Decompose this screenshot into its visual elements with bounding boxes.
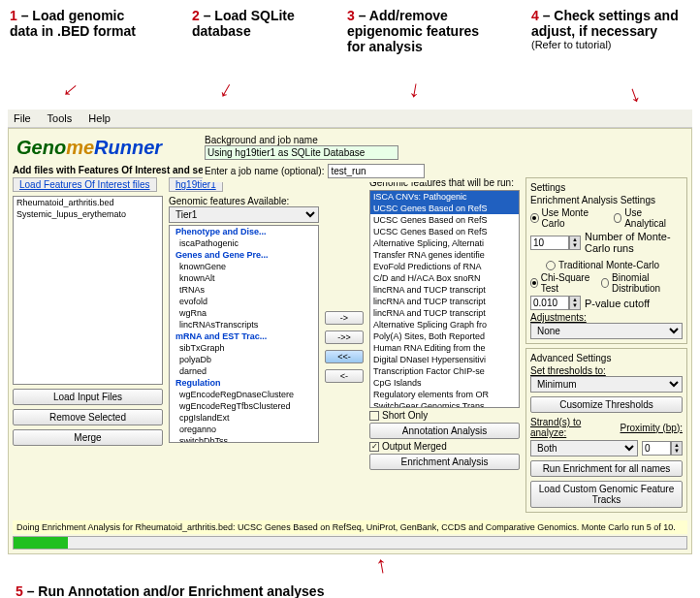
- app-window: File Tools Help GenomeRunner Background …: [8, 110, 692, 554]
- foi-listbox[interactable]: Rheumatoid_arthritis.bed Systemic_lupus_…: [13, 196, 163, 385]
- list-item[interactable]: polyaDb: [170, 354, 318, 365]
- arrow-2: ↓: [215, 75, 239, 104]
- list-item[interactable]: Transcription Factor ChIP-se: [370, 365, 519, 377]
- adjustments-select[interactable]: None: [530, 323, 683, 339]
- run-enrichment-all-button[interactable]: Run Enrichment for all names: [530, 460, 683, 477]
- list-item[interactable]: cpgIslandExt: [170, 412, 318, 424]
- list-item[interactable]: evofold: [170, 296, 318, 307]
- annotation-analysis-button[interactable]: Annotation Analysis: [369, 423, 520, 439]
- list-item[interactable]: lincRNA and TUCP transcript: [370, 284, 519, 296]
- add-all-button[interactable]: ->>: [325, 330, 364, 344]
- list-item[interactable]: wgRna: [170, 307, 318, 319]
- strand-select[interactable]: Both: [530, 440, 638, 456]
- list-item[interactable]: switchDbTss: [170, 435, 318, 443]
- list-item[interactable]: ISCA CNVs: Pathogenic: [370, 191, 519, 203]
- list-item[interactable]: knownAlt: [170, 272, 318, 284]
- list-item[interactable]: Transfer RNA genes identifie: [370, 249, 519, 261]
- remove-selected-button[interactable]: Remove Selected: [13, 409, 163, 425]
- list-item[interactable]: EvoFold Predictions of RNA: [370, 261, 519, 272]
- list-item[interactable]: Digital DNaseI Hypersensitivi: [370, 354, 519, 365]
- menu-file[interactable]: File: [14, 112, 31, 124]
- short-only-checkbox[interactable]: Short Only: [369, 410, 428, 421]
- available-features-listbox[interactable]: Phenotype and Dise... iscaPathogenic Gen…: [169, 225, 319, 443]
- job-name-input[interactable]: [328, 164, 425, 178]
- customize-thresholds-button[interactable]: Cusomize Thresholds: [530, 396, 683, 413]
- remove-all-button[interactable]: <<-: [325, 350, 364, 363]
- list-item[interactable]: lincRNA and TUCP transcript: [370, 296, 519, 307]
- annotation-1: 1 – Load genomic data in .BED format: [10, 8, 155, 39]
- database-field[interactable]: [205, 145, 398, 160]
- arrow-4: ↓: [624, 79, 645, 109]
- adjustments-label: Adjustments:: [530, 312, 683, 323]
- chi-square-radio[interactable]: Chi-Square Test: [530, 272, 589, 294]
- genomic-features-available-panel: hg19tier1 Genomic features Available: Ti…: [169, 177, 319, 517]
- tier-select[interactable]: Tier1: [169, 206, 319, 223]
- list-item[interactable]: Systemic_lupus_erythemato: [14, 208, 162, 220]
- use-analytical-radio[interactable]: Use Analytical: [614, 207, 675, 229]
- arrow-1: ↓: [57, 76, 85, 102]
- bgjob-title: Background and job name: [205, 135, 425, 145]
- pvalue-label: P-value cutoff: [585, 298, 650, 309]
- arrow-5: ↓: [374, 553, 391, 582]
- job-name-label: Enter a job name (optional):: [205, 166, 324, 176]
- enrichment-analysis-button[interactable]: Enrichment Analysis: [369, 454, 520, 470]
- menu-tools[interactable]: Tools: [48, 112, 73, 124]
- settings-panel: Settings Enrichment Analysis Settings Us…: [525, 177, 687, 517]
- add-one-button[interactable]: ->: [325, 311, 364, 325]
- annotation-5-area: ↓ 5 – Run Annotation and/or Enrichment a…: [8, 583, 692, 598]
- list-item[interactable]: Human RNA Editing from the: [370, 342, 519, 354]
- list-item[interactable]: SwitchGear Genomics Trans: [370, 400, 519, 408]
- progress-bar: [13, 536, 687, 550]
- background-job-panel: Background and job name Enter a job name…: [203, 133, 427, 182]
- list-item[interactable]: Alternative Splicing, Alternati: [370, 237, 519, 249]
- category-header[interactable]: Genes and Gene Pre...: [170, 249, 318, 261]
- proximity-label: Proximity (bp):: [620, 423, 683, 433]
- list-item[interactable]: wgEncodeRegTfbsClustered: [170, 400, 318, 412]
- remove-one-button[interactable]: <-: [325, 369, 364, 383]
- merge-button[interactable]: Merge: [13, 429, 163, 446]
- load-foi-link[interactable]: Load Features Of Interest files: [13, 177, 157, 192]
- list-item[interactable]: Alternative Splicing Graph fro: [370, 319, 519, 330]
- traditional-mc-radio[interactable]: Traditional Monte-Carlo: [546, 260, 659, 270]
- annotation-3: 3 – Add/remove epigenomic features for a…: [347, 8, 493, 54]
- list-item[interactable]: UCSC Genes Based on RefS: [370, 226, 519, 237]
- advanced-settings-title: Advanced Settings: [530, 353, 683, 363]
- list-item[interactable]: UCSC Genes Based on RefS: [370, 203, 519, 214]
- list-item[interactable]: wgEncodeRegDnaseClustere: [170, 389, 318, 400]
- use-monte-carlo-radio[interactable]: Use Monte Carlo: [530, 207, 602, 229]
- thresholds-select[interactable]: Minimum: [530, 376, 683, 393]
- enrichment-settings-label: Enrichment Analysis Settings: [530, 195, 683, 205]
- strand-label: Strand(s) to analyze:: [530, 417, 617, 438]
- features-of-interest-panel: Load Features Of Interest files Rheumato…: [13, 177, 163, 517]
- list-item[interactable]: C/D and H/ACA Box snoRN: [370, 272, 519, 284]
- pvalue-spinner[interactable]: ▲▼: [530, 296, 581, 310]
- load-custom-tracks-button[interactable]: Load Custom Genomic Feature Tracks: [530, 481, 683, 508]
- list-item[interactable]: lincRNA and TUCP transcript: [370, 307, 519, 319]
- list-item[interactable]: darned: [170, 365, 318, 377]
- run-features-listbox[interactable]: ISCA CNVs: Pathogenic UCSC Genes Based o…: [369, 190, 520, 408]
- list-item[interactable]: Regulatory elements from OR: [370, 389, 519, 400]
- menu-bar: File Tools Help: [8, 110, 692, 128]
- binomial-radio[interactable]: Binomial Distribution: [601, 272, 675, 294]
- proximity-spinner[interactable]: ▲▼: [642, 441, 683, 456]
- settings-title: Settings: [530, 182, 683, 193]
- list-item[interactable]: sibTxGraph: [170, 342, 318, 354]
- mc-runs-spinner[interactable]: ▲▼: [530, 236, 581, 250]
- list-item[interactable]: knownGene: [170, 261, 318, 272]
- list-item[interactable]: Poly(A) Sites, Both Reported: [370, 330, 519, 342]
- category-header[interactable]: Regulation: [170, 377, 318, 389]
- list-item[interactable]: iscaPathogenic: [170, 237, 318, 249]
- load-input-files-button[interactable]: Load Input Files: [13, 389, 163, 405]
- menu-help[interactable]: Help: [88, 112, 111, 124]
- list-item[interactable]: CpG Islands: [370, 377, 519, 389]
- list-item[interactable]: tRNAs: [170, 284, 318, 296]
- category-header[interactable]: Phenotype and Dise...: [170, 226, 318, 237]
- list-item[interactable]: oreganno: [170, 424, 318, 435]
- available-label: Genomic features Available:: [169, 196, 319, 206]
- output-merged-checkbox[interactable]: Output Merged: [369, 441, 447, 452]
- category-header[interactable]: mRNA and EST Trac...: [170, 330, 318, 342]
- list-item[interactable]: Rheumatoid_arthritis.bed: [14, 197, 162, 208]
- list-item[interactable]: UCSC Genes Based on RefS: [370, 214, 519, 226]
- annotation-overlay: 1 – Load genomic data in .BED format 2 –…: [8, 8, 692, 110]
- list-item[interactable]: lincRNAsTranscripts: [170, 319, 318, 330]
